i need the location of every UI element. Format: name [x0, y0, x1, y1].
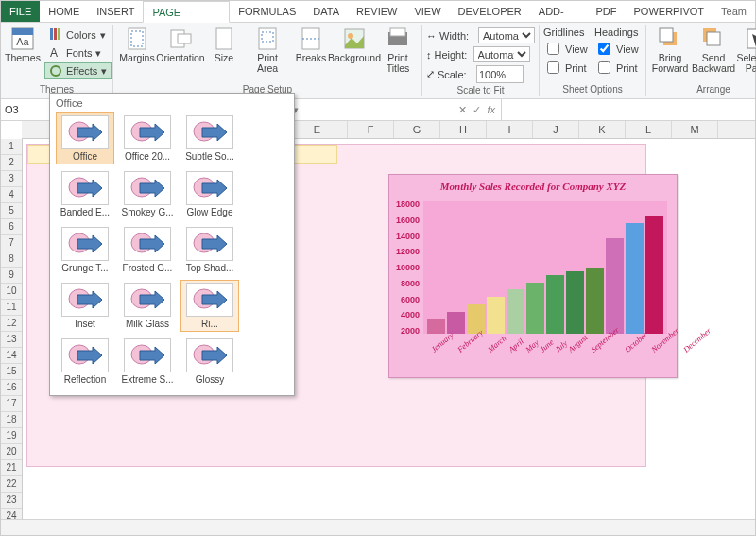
print-area-button[interactable]: Print Area [248, 26, 287, 74]
tab-pdf[interactable]: PDF [588, 1, 626, 22]
name-box[interactable]: O3 [1, 99, 53, 120]
row-header[interactable]: 19 [1, 428, 22, 444]
effects-gallery-item[interactable]: Extreme S... [118, 336, 177, 388]
tab-review[interactable]: REVIEW [348, 1, 405, 22]
tab-insert[interactable]: INSERT [88, 1, 143, 22]
col-header[interactable]: F [348, 121, 394, 138]
tab-page-layout[interactable]: PAGE LAYOUT [143, 1, 230, 23]
tab-addins[interactable]: ADD-INS [530, 1, 588, 22]
effects-button[interactable]: Effects ▾ [44, 62, 112, 79]
headings-view-check[interactable]: View [594, 40, 642, 58]
effects-gallery-item[interactable]: Ri... [180, 280, 239, 332]
bar[interactable] [526, 283, 544, 334]
height-select[interactable]: Automatic [473, 46, 530, 62]
embedded-chart[interactable]: Monthly Sales Recorded for Company XYZ 1… [388, 174, 678, 378]
tab-home[interactable]: HOME [40, 1, 88, 22]
row-header[interactable]: 20 [1, 444, 22, 460]
effects-gallery-item[interactable]: Smokey G... [118, 168, 177, 220]
col-header[interactable]: I [487, 121, 533, 138]
row-header[interactable]: 3 [1, 171, 22, 187]
row-header[interactable]: 13 [1, 332, 22, 348]
bar[interactable] [427, 319, 445, 334]
effects-gallery-item[interactable]: Inset [56, 280, 114, 332]
fx-icon[interactable]: fx [487, 104, 495, 115]
selection-pane-button[interactable]: Selection Pane [737, 26, 756, 74]
print-titles-button[interactable]: Print Titles [378, 26, 418, 74]
breaks-button[interactable]: Breaks [291, 26, 331, 63]
row-header[interactable]: 8 [1, 251, 22, 268]
effects-gallery-item[interactable]: Grunge T... [56, 224, 114, 276]
bar[interactable] [546, 275, 564, 334]
row-header[interactable]: 5 [1, 203, 22, 219]
effects-gallery-item[interactable]: Office [56, 112, 114, 164]
bar[interactable] [507, 289, 524, 334]
effects-gallery-item[interactable]: Top Shad... [180, 224, 239, 276]
background-button[interactable]: Background [335, 26, 374, 63]
tab-file[interactable]: FILE [1, 1, 40, 22]
col-header[interactable]: H [440, 121, 487, 138]
row-header[interactable]: 11 [1, 300, 22, 316]
row-header[interactable]: 21 [1, 460, 22, 476]
gridlines-view-check[interactable]: View [543, 40, 591, 58]
bar[interactable] [586, 268, 604, 334]
bar[interactable] [626, 223, 644, 334]
row-header[interactable]: 16 [1, 380, 22, 396]
group-sheet-options: Sheet Options [543, 83, 642, 95]
col-header[interactable]: J [533, 121, 579, 138]
bar[interactable] [487, 297, 505, 334]
tab-developer[interactable]: DEVELOPER [450, 1, 530, 22]
row-header[interactable]: 17 [1, 396, 22, 412]
effects-gallery-item[interactable]: Glossy [180, 336, 239, 388]
scale-input[interactable] [476, 65, 524, 83]
orientation-button[interactable]: Orientation [161, 26, 200, 63]
colors-button[interactable]: Colors ▾ [44, 26, 112, 43]
row-header[interactable]: 18 [1, 412, 22, 428]
themes-button[interactable]: Aa Themes [5, 26, 41, 63]
tab-data[interactable]: DATA [304, 1, 348, 22]
bar[interactable] [566, 271, 584, 334]
size-button[interactable]: Size [204, 26, 244, 63]
row-header[interactable]: 2 [1, 155, 22, 171]
margins-button[interactable]: Margins [117, 26, 157, 63]
effects-gallery-item[interactable]: Glow Edge [180, 168, 239, 220]
row-header[interactable]: 9 [1, 268, 22, 284]
tab-team[interactable]: Team [713, 1, 755, 22]
cancel-icon[interactable]: ✕ [458, 104, 467, 116]
row-header[interactable]: 1 [1, 139, 22, 155]
height-icon: ↕ [426, 49, 432, 61]
enter-icon[interactable]: ✓ [472, 104, 481, 116]
tab-formulas[interactable]: FORMULAS [230, 1, 304, 22]
row-header[interactable]: 23 [1, 493, 22, 509]
col-header[interactable]: E [287, 121, 348, 138]
headings-print-check[interactable]: Print [594, 59, 642, 77]
width-select[interactable]: Automatic [478, 27, 535, 43]
row-header[interactable]: 10 [1, 284, 22, 300]
row-header[interactable]: 15 [1, 364, 22, 380]
row-header[interactable]: 22 [1, 476, 22, 493]
effects-gallery-item[interactable]: Frosted G... [118, 224, 177, 276]
row-header[interactable]: 24 [1, 509, 22, 519]
tab-powerpivot[interactable]: POWERPIVOT [626, 1, 713, 22]
row-header[interactable]: 4 [1, 187, 22, 203]
fonts-button[interactable]: AFonts ▾ [44, 44, 112, 61]
bring-forward-button[interactable]: Bring Forward [650, 26, 690, 74]
row-header[interactable]: 12 [1, 316, 22, 332]
effects-gallery-item[interactable]: Reflection [56, 336, 114, 388]
col-header[interactable]: K [579, 121, 626, 138]
tab-view[interactable]: VIEW [405, 1, 449, 22]
formula-input[interactable] [501, 99, 755, 120]
effects-gallery-item[interactable]: Subtle So... [180, 112, 239, 164]
col-header[interactable]: L [626, 121, 672, 138]
col-header[interactable]: M [672, 121, 718, 138]
row-header[interactable]: 14 [1, 348, 22, 364]
row-header[interactable]: 6 [1, 219, 22, 235]
row-header[interactable]: 7 [1, 235, 22, 251]
effects-gallery-item[interactable]: Office 20... [118, 112, 177, 164]
bar[interactable] [606, 238, 624, 334]
bar[interactable] [645, 216, 663, 334]
effects-gallery-item[interactable]: Banded E... [56, 168, 114, 220]
send-backward-button[interactable]: Send Backward [694, 26, 733, 74]
gridlines-print-check[interactable]: Print [543, 59, 591, 77]
col-header[interactable]: G [394, 121, 440, 138]
effects-gallery-item[interactable]: Milk Glass [118, 280, 177, 332]
